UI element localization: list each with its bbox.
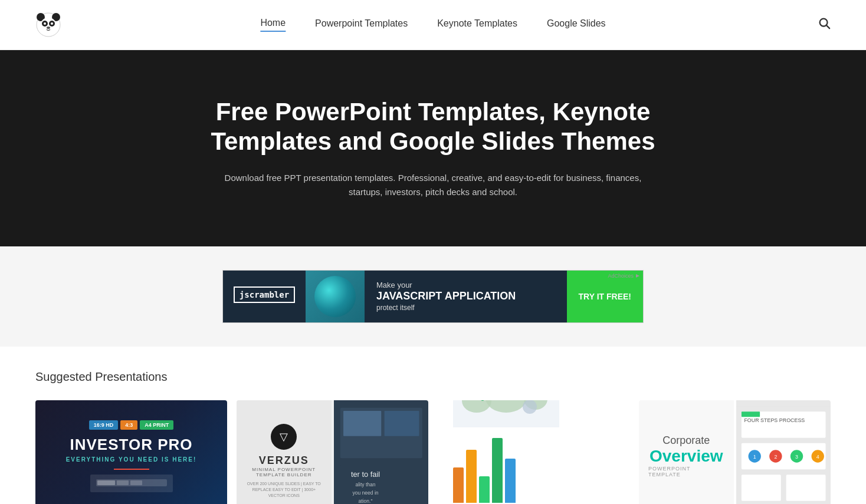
card-charts[interactable] — [438, 400, 629, 504]
card-4-right-graphic: FOUR STEPS PROCESS 1 2 3 4 — [736, 400, 831, 504]
main-nav: Home Powerpoint Templates Keynote Templa… — [260, 18, 605, 32]
suggested-title: Suggested Presentations — [35, 370, 831, 384]
svg-line-10 — [826, 25, 829, 28]
svg-text:4: 4 — [816, 453, 819, 459]
panda-logo-icon — [35, 12, 61, 38]
svg-rect-35 — [741, 411, 759, 417]
hero-title: Free PowerPoint Templates, Keynote Templ… — [168, 97, 698, 157]
verzus-sub2: TEMPLATE BUILDER — [256, 472, 312, 477]
card-2-inner: ▽ VERZUS MINIMAL POWERPOINT TEMPLATE BUI… — [237, 400, 428, 504]
ad-brand-name: jscrambler — [234, 286, 295, 303]
card-1-divider — [114, 469, 149, 470]
svg-text:3: 3 — [795, 453, 798, 459]
cards-grid: 16:9 HD 4:3 A4 PRINT INVESTOR PRO EVERYT… — [35, 400, 831, 504]
verzus-logo-icon: ▽ — [271, 424, 297, 450]
nav-home[interactable]: Home — [260, 18, 286, 32]
ad-headline: JAVASCRIPT APPLICATION — [376, 291, 555, 302]
badge-43: 4:3 — [120, 420, 137, 430]
card-1-badges: 16:9 HD 4:3 A4 PRINT — [89, 420, 174, 430]
svg-rect-19 — [384, 411, 419, 436]
ad-graphic — [306, 270, 365, 323]
ad-choices-icon — [635, 273, 641, 279]
card-1-title: INVESTOR PRO — [70, 436, 192, 454]
card-4-subtitle: Overview — [650, 447, 723, 466]
bar-1 — [453, 467, 464, 503]
card-2-right-panel: ter to fail ality than you need in ation… — [334, 400, 429, 504]
search-icon — [818, 17, 831, 29]
header: Home Powerpoint Templates Keynote Templa… — [0, 0, 866, 50]
svg-rect-18 — [343, 411, 381, 436]
svg-text:ality than: ality than — [355, 482, 375, 487]
card-4-right: FOUR STEPS PROCESS 1 2 3 4 — [736, 400, 831, 504]
card-1-subtitle: EVERYTHING YOU NEED IS HERE! — [66, 456, 197, 463]
svg-rect-38 — [786, 475, 825, 501]
svg-rect-14 — [117, 480, 129, 485]
card-1-mockup — [90, 475, 173, 492]
ad-sphere-graphic — [314, 276, 356, 317]
nav-powerpoint[interactable]: Powerpoint Templates — [315, 18, 408, 31]
ad-subtext: protect itself — [376, 304, 555, 312]
ad-section: AdChoices jscrambler Make your JAVASCRIP… — [0, 246, 866, 347]
suggested-section: Suggested Presentations 16:9 HD 4:3 A4 P… — [0, 347, 866, 504]
svg-text:2: 2 — [774, 453, 777, 459]
ad-logo-section: jscrambler — [223, 271, 306, 322]
bar-4 — [492, 438, 503, 503]
svg-point-6 — [44, 22, 46, 25]
badge-hd: 16:9 HD — [89, 420, 119, 430]
svg-text:you need in: you need in — [352, 490, 378, 496]
ad-text: Make your JAVASCRIPT APPLICATION protect… — [365, 281, 567, 312]
card-2-right-graphic: ter to fail ality than you need in ation… — [334, 400, 429, 504]
hero-subtitle: Download free PPT presentation templates… — [212, 171, 654, 199]
svg-rect-37 — [741, 475, 780, 501]
card-3-world-map — [453, 400, 559, 427]
svg-point-7 — [51, 22, 53, 25]
svg-text:FOUR STEPS PROCESS: FOUR STEPS PROCESS — [744, 417, 805, 423]
svg-text:ter to fail: ter to fail — [350, 470, 379, 479]
bar-3 — [479, 476, 490, 503]
svg-point-3 — [40, 18, 57, 34]
nav-google-slides[interactable]: Google Slides — [547, 18, 606, 31]
header-actions — [818, 17, 831, 33]
card-2-main: ▽ VERZUS MINIMAL POWERPOINT TEMPLATE BUI… — [237, 400, 332, 504]
logo-area — [35, 12, 61, 38]
svg-marker-11 — [636, 274, 639, 278]
badge-a4: A4 PRINT — [140, 420, 173, 430]
nav-keynote[interactable]: Keynote Templates — [437, 18, 517, 31]
svg-text:ation.": ation." — [358, 498, 372, 504]
card-corporate-overview[interactable]: Corporate Overview POWERPOINT TEMPLATE F… — [639, 400, 831, 504]
verzus-name: VERZUS — [259, 454, 309, 467]
bar-chart — [453, 432, 516, 503]
svg-text:1: 1 — [753, 453, 756, 459]
svg-rect-13 — [97, 480, 115, 485]
verzus-desc: OVER 200 UNIQUE SLIDES | EASY TO REPLACE… — [246, 481, 322, 498]
card-4-left: Corporate Overview POWERPOINT TEMPLATE — [639, 400, 734, 504]
card-verzus[interactable]: ▽ VERZUS MINIMAL POWERPOINT TEMPLATE BUI… — [237, 400, 428, 504]
card-investor-pro[interactable]: 16:9 HD 4:3 A4 PRINT INVESTOR PRO EVERYT… — [35, 400, 227, 504]
ad-banner[interactable]: AdChoices jscrambler Make your JAVASCRIP… — [222, 270, 644, 323]
search-button[interactable] — [818, 17, 831, 33]
svg-point-8 — [47, 27, 50, 29]
verzus-tagline: MINIMAL POWERPOINT — [252, 467, 316, 472]
hero-section: Free PowerPoint Templates, Keynote Templ… — [0, 50, 866, 246]
card-4-label: POWERPOINT TEMPLATE — [648, 466, 724, 477]
ad-choices-label: AdChoices — [608, 273, 641, 279]
bar-2 — [466, 450, 477, 503]
svg-point-28 — [523, 400, 537, 414]
ad-tagline: Make your — [376, 281, 555, 289]
svg-rect-15 — [130, 480, 142, 485]
bar-5 — [505, 459, 516, 503]
card-1-mockup-graphic — [96, 477, 167, 489]
card-4-title: Corporate — [662, 434, 710, 447]
